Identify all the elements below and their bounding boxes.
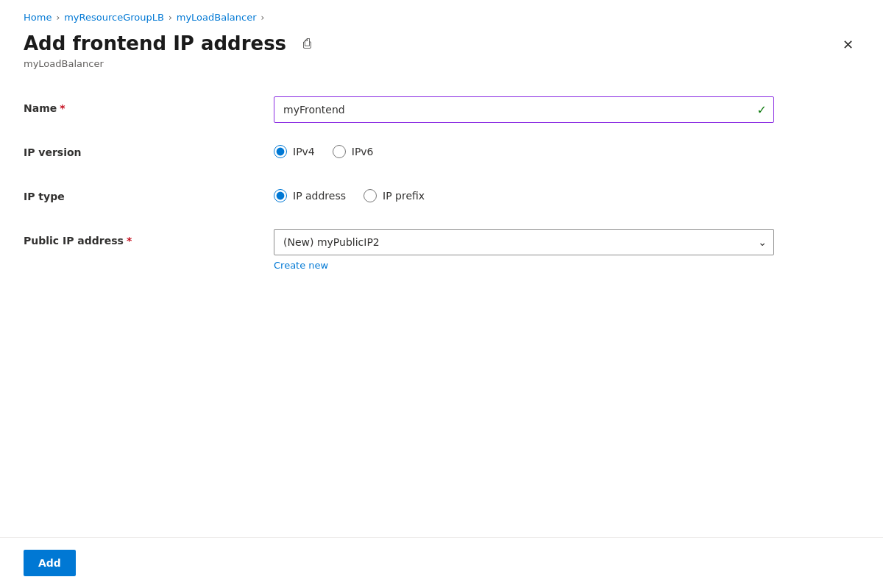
public-ip-dropdown[interactable]: (New) myPublicIP2 — [274, 229, 774, 255]
public-ip-label: Public IP address * — [24, 229, 274, 247]
ip-type-radio-group: IP address IP prefix — [274, 185, 774, 202]
name-label: Name * — [24, 96, 274, 114]
ip-type-prefix-label: IP prefix — [383, 190, 425, 202]
public-ip-required-star: * — [127, 235, 132, 247]
breadcrumb-home[interactable]: Home — [24, 12, 52, 23]
ip-version-ipv6-label: IPv6 — [352, 146, 374, 157]
ip-version-label: IP version — [24, 141, 274, 158]
name-input[interactable] — [274, 96, 774, 123]
page-title: Add frontend IP address — [24, 32, 286, 57]
public-ip-row: Public IP address * (New) myPublicIP2 ⌄ … — [24, 229, 859, 271]
ip-type-field: IP address IP prefix — [274, 185, 774, 202]
ip-version-field: IPv4 IPv6 — [274, 141, 774, 158]
breadcrumb-sep-1: › — [56, 13, 60, 23]
breadcrumb: Home › myResourceGroupLB › myLoadBalance… — [0, 0, 883, 29]
page-header: Add frontend IP address ⎙ myLoadBalancer… — [0, 29, 883, 72]
ip-version-ipv4-option[interactable]: IPv4 — [274, 145, 315, 158]
close-icon: ✕ — [843, 37, 854, 53]
header-left: Add frontend IP address ⎙ myLoadBalancer — [24, 32, 319, 69]
name-field: ✓ — [274, 96, 774, 123]
ip-version-ipv4-radio[interactable] — [274, 145, 287, 158]
ip-type-row: IP type IP address IP prefix — [24, 185, 859, 211]
ip-type-label: IP type — [24, 185, 274, 202]
breadcrumb-load-balancer[interactable]: myLoadBalancer — [177, 12, 257, 23]
print-button[interactable]: ⎙ — [295, 32, 319, 56]
breadcrumb-resource-group[interactable]: myResourceGroupLB — [64, 12, 164, 23]
header-divider — [0, 78, 883, 79]
ip-type-address-option[interactable]: IP address — [274, 189, 346, 202]
page-container: Home › myResourceGroupLB › myLoadBalance… — [0, 0, 883, 588]
ip-version-ipv4-label: IPv4 — [293, 146, 315, 157]
header-title-row: Add frontend IP address ⎙ — [24, 32, 319, 57]
breadcrumb-sep-2: › — [169, 13, 172, 23]
create-new-link[interactable]: Create new — [274, 260, 328, 271]
name-input-wrapper: ✓ — [274, 96, 774, 123]
ip-type-address-label: IP address — [293, 190, 346, 202]
ip-version-ipv6-radio[interactable] — [333, 145, 346, 158]
footer: Add — [0, 537, 883, 588]
print-icon: ⎙ — [303, 36, 311, 52]
ip-type-prefix-radio[interactable] — [364, 189, 377, 202]
page-subtitle: myLoadBalancer — [24, 58, 319, 69]
public-ip-field: (New) myPublicIP2 ⌄ Create new — [274, 229, 774, 271]
ip-type-address-radio[interactable] — [274, 189, 287, 202]
ip-version-row: IP version IPv4 IPv6 — [24, 141, 859, 167]
breadcrumb-sep-3: › — [260, 13, 264, 23]
name-row: Name * ✓ — [24, 96, 859, 123]
close-button[interactable]: ✕ — [836, 33, 859, 57]
public-ip-dropdown-wrapper: (New) myPublicIP2 ⌄ — [274, 229, 774, 255]
add-button[interactable]: Add — [24, 550, 76, 576]
name-required-star: * — [60, 102, 65, 114]
ip-version-radio-group: IPv4 IPv6 — [274, 141, 774, 158]
ip-version-ipv6-option[interactable]: IPv6 — [333, 145, 374, 158]
form-container: Name * ✓ IP version IPv4 — [0, 85, 883, 537]
ip-type-prefix-option[interactable]: IP prefix — [364, 189, 425, 202]
